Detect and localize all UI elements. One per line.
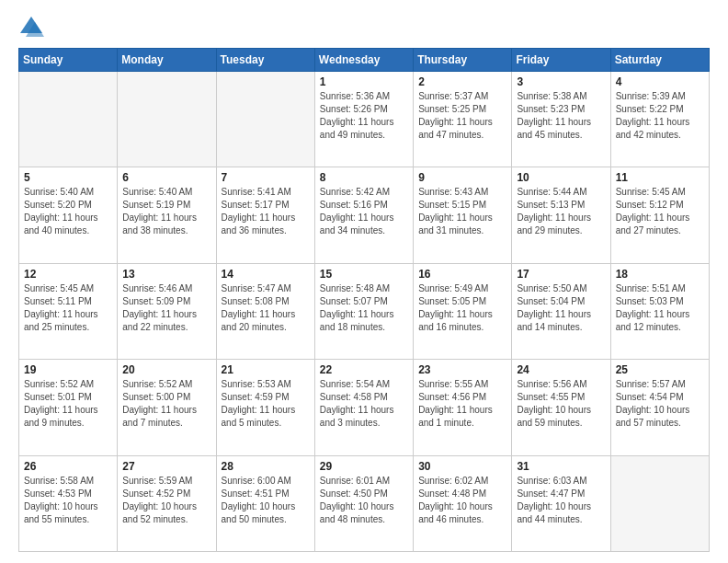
- day-info: Sunrise: 5:45 AM Sunset: 5:11 PM Dayligh…: [24, 282, 112, 334]
- day-number: 26: [24, 460, 112, 473]
- day-info: Sunrise: 5:39 AM Sunset: 5:22 PM Dayligh…: [616, 90, 704, 142]
- calendar-cell: 20Sunrise: 5:52 AM Sunset: 5:00 PM Dayli…: [118, 360, 216, 455]
- day-info: Sunrise: 5:54 AM Sunset: 4:58 PM Dayligh…: [320, 378, 408, 430]
- day-number: 16: [418, 268, 506, 281]
- calendar-cell: 26Sunrise: 5:58 AM Sunset: 4:53 PM Dayli…: [19, 455, 118, 551]
- day-number: 1: [320, 75, 408, 88]
- day-info: Sunrise: 5:51 AM Sunset: 5:03 PM Dayligh…: [616, 282, 704, 334]
- day-number: 18: [616, 268, 704, 281]
- calendar-cell: 30Sunrise: 6:02 AM Sunset: 4:48 PM Dayli…: [414, 455, 512, 551]
- page: SundayMondayTuesdayWednesdayThursdayFrid…: [0, 0, 728, 563]
- calendar-cell: 31Sunrise: 6:03 AM Sunset: 4:47 PM Dayli…: [512, 455, 610, 551]
- day-info: Sunrise: 5:36 AM Sunset: 5:26 PM Dayligh…: [320, 90, 408, 142]
- calendar-cell: 21Sunrise: 5:53 AM Sunset: 4:59 PM Dayli…: [216, 360, 314, 455]
- weekday-header-monday: Monday: [118, 49, 216, 72]
- calendar-header: SundayMondayTuesdayWednesdayThursdayFrid…: [19, 49, 710, 72]
- calendar-cell: 24Sunrise: 5:56 AM Sunset: 4:55 PM Dayli…: [512, 360, 610, 455]
- calendar-cell: 18Sunrise: 5:51 AM Sunset: 5:03 PM Dayli…: [610, 263, 709, 359]
- calendar-body: 1Sunrise: 5:36 AM Sunset: 5:26 PM Daylig…: [19, 72, 710, 552]
- day-number: 9: [418, 171, 506, 184]
- day-number: 8: [320, 171, 408, 184]
- calendar-cell: 13Sunrise: 5:46 AM Sunset: 5:09 PM Dayli…: [118, 263, 216, 359]
- calendar-cell: 29Sunrise: 6:01 AM Sunset: 4:50 PM Dayli…: [314, 455, 413, 551]
- calendar-cell: 19Sunrise: 5:52 AM Sunset: 5:01 PM Dayli…: [19, 360, 118, 455]
- calendar-cell: 3Sunrise: 5:38 AM Sunset: 5:23 PM Daylig…: [512, 72, 610, 167]
- calendar-cell: 15Sunrise: 5:48 AM Sunset: 5:07 PM Dayli…: [314, 263, 413, 359]
- day-info: Sunrise: 5:50 AM Sunset: 5:04 PM Dayligh…: [517, 282, 605, 334]
- day-info: Sunrise: 5:52 AM Sunset: 5:00 PM Dayligh…: [122, 378, 210, 430]
- day-info: Sunrise: 5:48 AM Sunset: 5:07 PM Dayligh…: [320, 282, 408, 334]
- day-number: 19: [24, 363, 112, 376]
- calendar-cell: 25Sunrise: 5:57 AM Sunset: 4:54 PM Dayli…: [610, 360, 709, 455]
- day-number: 12: [24, 268, 112, 281]
- day-info: Sunrise: 5:57 AM Sunset: 4:54 PM Dayligh…: [616, 378, 704, 430]
- day-number: 28: [222, 460, 310, 473]
- day-number: 3: [517, 75, 605, 88]
- calendar-cell: 5Sunrise: 5:40 AM Sunset: 5:20 PM Daylig…: [19, 167, 118, 263]
- day-info: Sunrise: 5:43 AM Sunset: 5:15 PM Dayligh…: [418, 186, 506, 237]
- calendar-cell: 1Sunrise: 5:36 AM Sunset: 5:26 PM Daylig…: [314, 72, 413, 167]
- calendar-cell: [216, 72, 314, 167]
- day-info: Sunrise: 5:49 AM Sunset: 5:05 PM Dayligh…: [418, 282, 506, 334]
- weekday-header-tuesday: Tuesday: [216, 49, 314, 72]
- weekday-header-saturday: Saturday: [610, 49, 709, 72]
- calendar-week-3: 12Sunrise: 5:45 AM Sunset: 5:11 PM Dayli…: [19, 263, 710, 359]
- day-info: Sunrise: 6:03 AM Sunset: 4:47 PM Dayligh…: [517, 475, 605, 526]
- calendar-cell: 9Sunrise: 5:43 AM Sunset: 5:15 PM Daylig…: [414, 167, 512, 263]
- calendar-cell: 11Sunrise: 5:45 AM Sunset: 5:12 PM Dayli…: [610, 167, 709, 263]
- calendar-cell: 23Sunrise: 5:55 AM Sunset: 4:56 PM Dayli…: [414, 360, 512, 455]
- calendar-cell: [19, 72, 118, 167]
- day-number: 31: [517, 460, 605, 473]
- day-number: 14: [222, 268, 310, 281]
- logo-icon: [18, 15, 44, 40]
- day-number: 17: [517, 268, 605, 281]
- logo: [18, 15, 48, 40]
- calendar-cell: 8Sunrise: 5:42 AM Sunset: 5:16 PM Daylig…: [314, 167, 413, 263]
- header: [18, 15, 710, 40]
- day-number: 15: [320, 268, 408, 281]
- day-info: Sunrise: 5:53 AM Sunset: 4:59 PM Dayligh…: [222, 378, 310, 430]
- calendar-week-4: 19Sunrise: 5:52 AM Sunset: 5:01 PM Dayli…: [19, 360, 710, 455]
- day-info: Sunrise: 5:56 AM Sunset: 4:55 PM Dayligh…: [517, 378, 605, 430]
- calendar-week-1: 1Sunrise: 5:36 AM Sunset: 5:26 PM Daylig…: [19, 72, 710, 167]
- day-info: Sunrise: 5:47 AM Sunset: 5:08 PM Dayligh…: [222, 282, 310, 334]
- calendar-cell: 27Sunrise: 5:59 AM Sunset: 4:52 PM Dayli…: [118, 455, 216, 551]
- calendar-cell: 14Sunrise: 5:47 AM Sunset: 5:08 PM Dayli…: [216, 263, 314, 359]
- day-info: Sunrise: 5:44 AM Sunset: 5:13 PM Dayligh…: [517, 186, 605, 237]
- calendar-cell: 16Sunrise: 5:49 AM Sunset: 5:05 PM Dayli…: [414, 263, 512, 359]
- day-info: Sunrise: 5:59 AM Sunset: 4:52 PM Dayligh…: [122, 475, 210, 526]
- day-number: 5: [24, 171, 112, 184]
- calendar-cell: 28Sunrise: 6:00 AM Sunset: 4:51 PM Dayli…: [216, 455, 314, 551]
- day-number: 4: [616, 75, 704, 88]
- calendar-cell: [118, 72, 216, 167]
- calendar-cell: 6Sunrise: 5:40 AM Sunset: 5:19 PM Daylig…: [118, 167, 216, 263]
- day-info: Sunrise: 6:00 AM Sunset: 4:51 PM Dayligh…: [222, 475, 310, 526]
- day-number: 20: [122, 363, 210, 376]
- day-number: 21: [222, 363, 310, 376]
- day-info: Sunrise: 5:55 AM Sunset: 4:56 PM Dayligh…: [418, 378, 506, 430]
- calendar-cell: 22Sunrise: 5:54 AM Sunset: 4:58 PM Dayli…: [314, 360, 413, 455]
- day-number: 24: [517, 363, 605, 376]
- weekday-header-sunday: Sunday: [19, 49, 118, 72]
- calendar-cell: 17Sunrise: 5:50 AM Sunset: 5:04 PM Dayli…: [512, 263, 610, 359]
- calendar-cell: 7Sunrise: 5:41 AM Sunset: 5:17 PM Daylig…: [216, 167, 314, 263]
- day-number: 10: [517, 171, 605, 184]
- weekday-header-friday: Friday: [512, 49, 610, 72]
- day-info: Sunrise: 5:46 AM Sunset: 5:09 PM Dayligh…: [122, 282, 210, 334]
- day-info: Sunrise: 5:52 AM Sunset: 5:01 PM Dayligh…: [24, 378, 112, 430]
- day-number: 13: [122, 268, 210, 281]
- day-number: 29: [320, 460, 408, 473]
- day-info: Sunrise: 5:38 AM Sunset: 5:23 PM Dayligh…: [517, 90, 605, 142]
- calendar-cell: 2Sunrise: 5:37 AM Sunset: 5:25 PM Daylig…: [414, 72, 512, 167]
- day-info: Sunrise: 5:42 AM Sunset: 5:16 PM Dayligh…: [320, 186, 408, 237]
- day-number: 30: [418, 460, 506, 473]
- day-info: Sunrise: 5:41 AM Sunset: 5:17 PM Dayligh…: [222, 186, 310, 237]
- calendar-cell: 4Sunrise: 5:39 AM Sunset: 5:22 PM Daylig…: [610, 72, 709, 167]
- calendar-cell: 12Sunrise: 5:45 AM Sunset: 5:11 PM Dayli…: [19, 263, 118, 359]
- weekday-header-wednesday: Wednesday: [314, 49, 413, 72]
- day-number: 6: [122, 171, 210, 184]
- day-number: 22: [320, 363, 408, 376]
- day-number: 2: [418, 75, 506, 88]
- day-info: Sunrise: 5:40 AM Sunset: 5:19 PM Dayligh…: [122, 186, 210, 237]
- weekday-row: SundayMondayTuesdayWednesdayThursdayFrid…: [19, 49, 710, 72]
